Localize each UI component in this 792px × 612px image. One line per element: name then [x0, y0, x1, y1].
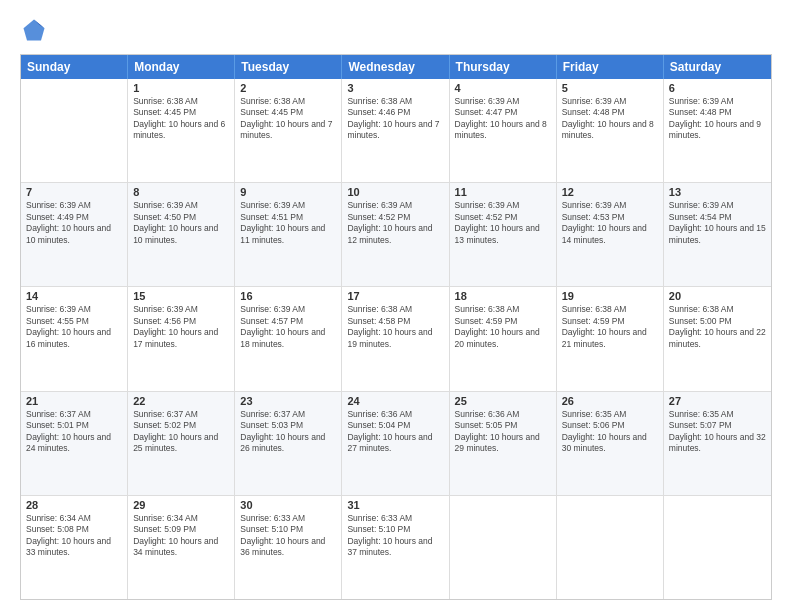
day-info: Sunrise: 6:39 AM Sunset: 4:52 PM Dayligh…: [455, 200, 551, 246]
calendar-cell: 11Sunrise: 6:39 AM Sunset: 4:52 PM Dayli…: [450, 183, 557, 286]
day-number: 13: [669, 186, 766, 198]
day-info: Sunrise: 6:33 AM Sunset: 5:10 PM Dayligh…: [347, 513, 443, 559]
weekday-header: Friday: [557, 55, 664, 79]
calendar-cell: 25Sunrise: 6:36 AM Sunset: 5:05 PM Dayli…: [450, 392, 557, 495]
calendar-cell: 17Sunrise: 6:38 AM Sunset: 4:58 PM Dayli…: [342, 287, 449, 390]
day-number: 30: [240, 499, 336, 511]
day-info: Sunrise: 6:39 AM Sunset: 4:55 PM Dayligh…: [26, 304, 122, 350]
calendar-cell: 20Sunrise: 6:38 AM Sunset: 5:00 PM Dayli…: [664, 287, 771, 390]
day-info: Sunrise: 6:39 AM Sunset: 4:48 PM Dayligh…: [669, 96, 766, 142]
day-number: 5: [562, 82, 658, 94]
day-info: Sunrise: 6:35 AM Sunset: 5:07 PM Dayligh…: [669, 409, 766, 455]
day-number: 14: [26, 290, 122, 302]
day-number: 26: [562, 395, 658, 407]
day-info: Sunrise: 6:38 AM Sunset: 4:45 PM Dayligh…: [133, 96, 229, 142]
day-info: Sunrise: 6:39 AM Sunset: 4:53 PM Dayligh…: [562, 200, 658, 246]
day-info: Sunrise: 6:37 AM Sunset: 5:03 PM Dayligh…: [240, 409, 336, 455]
day-number: 12: [562, 186, 658, 198]
day-number: 6: [669, 82, 766, 94]
day-number: 21: [26, 395, 122, 407]
day-info: Sunrise: 6:35 AM Sunset: 5:06 PM Dayligh…: [562, 409, 658, 455]
calendar-header: SundayMondayTuesdayWednesdayThursdayFrid…: [21, 55, 771, 79]
calendar-body: 1Sunrise: 6:38 AM Sunset: 4:45 PM Daylig…: [21, 79, 771, 599]
calendar-cell: 2Sunrise: 6:38 AM Sunset: 4:45 PM Daylig…: [235, 79, 342, 182]
day-info: Sunrise: 6:38 AM Sunset: 4:59 PM Dayligh…: [455, 304, 551, 350]
calendar-cell: [664, 496, 771, 599]
day-number: 20: [669, 290, 766, 302]
day-info: Sunrise: 6:39 AM Sunset: 4:51 PM Dayligh…: [240, 200, 336, 246]
calendar-cell: 3Sunrise: 6:38 AM Sunset: 4:46 PM Daylig…: [342, 79, 449, 182]
calendar-cell: [557, 496, 664, 599]
header: [20, 16, 772, 44]
day-info: Sunrise: 6:39 AM Sunset: 4:48 PM Dayligh…: [562, 96, 658, 142]
calendar-cell: 26Sunrise: 6:35 AM Sunset: 5:06 PM Dayli…: [557, 392, 664, 495]
day-info: Sunrise: 6:39 AM Sunset: 4:57 PM Dayligh…: [240, 304, 336, 350]
weekday-header: Thursday: [450, 55, 557, 79]
weekday-header: Monday: [128, 55, 235, 79]
calendar-cell: 19Sunrise: 6:38 AM Sunset: 4:59 PM Dayli…: [557, 287, 664, 390]
day-number: 22: [133, 395, 229, 407]
day-number: 4: [455, 82, 551, 94]
day-info: Sunrise: 6:39 AM Sunset: 4:54 PM Dayligh…: [669, 200, 766, 246]
day-number: 11: [455, 186, 551, 198]
day-number: 3: [347, 82, 443, 94]
day-info: Sunrise: 6:38 AM Sunset: 5:00 PM Dayligh…: [669, 304, 766, 350]
calendar-cell: 7Sunrise: 6:39 AM Sunset: 4:49 PM Daylig…: [21, 183, 128, 286]
page: SundayMondayTuesdayWednesdayThursdayFrid…: [0, 0, 792, 612]
weekday-header: Tuesday: [235, 55, 342, 79]
calendar-cell: 27Sunrise: 6:35 AM Sunset: 5:07 PM Dayli…: [664, 392, 771, 495]
calendar-cell: 29Sunrise: 6:34 AM Sunset: 5:09 PM Dayli…: [128, 496, 235, 599]
day-number: 19: [562, 290, 658, 302]
day-info: Sunrise: 6:38 AM Sunset: 4:45 PM Dayligh…: [240, 96, 336, 142]
day-number: 28: [26, 499, 122, 511]
day-number: 17: [347, 290, 443, 302]
calendar-row: 28Sunrise: 6:34 AM Sunset: 5:08 PM Dayli…: [21, 496, 771, 599]
calendar-cell: [450, 496, 557, 599]
calendar-row: 14Sunrise: 6:39 AM Sunset: 4:55 PM Dayli…: [21, 287, 771, 391]
calendar-row: 21Sunrise: 6:37 AM Sunset: 5:01 PM Dayli…: [21, 392, 771, 496]
calendar: SundayMondayTuesdayWednesdayThursdayFrid…: [20, 54, 772, 600]
day-number: 18: [455, 290, 551, 302]
day-number: 2: [240, 82, 336, 94]
day-number: 16: [240, 290, 336, 302]
logo-icon: [20, 16, 48, 44]
day-number: 15: [133, 290, 229, 302]
day-info: Sunrise: 6:39 AM Sunset: 4:50 PM Dayligh…: [133, 200, 229, 246]
calendar-cell: 15Sunrise: 6:39 AM Sunset: 4:56 PM Dayli…: [128, 287, 235, 390]
weekday-header: Wednesday: [342, 55, 449, 79]
calendar-cell: 12Sunrise: 6:39 AM Sunset: 4:53 PM Dayli…: [557, 183, 664, 286]
weekday-header: Sunday: [21, 55, 128, 79]
weekday-header: Saturday: [664, 55, 771, 79]
calendar-cell: 14Sunrise: 6:39 AM Sunset: 4:55 PM Dayli…: [21, 287, 128, 390]
calendar-cell: 10Sunrise: 6:39 AM Sunset: 4:52 PM Dayli…: [342, 183, 449, 286]
day-number: 9: [240, 186, 336, 198]
day-number: 10: [347, 186, 443, 198]
calendar-cell: [21, 79, 128, 182]
calendar-cell: 30Sunrise: 6:33 AM Sunset: 5:10 PM Dayli…: [235, 496, 342, 599]
calendar-cell: 31Sunrise: 6:33 AM Sunset: 5:10 PM Dayli…: [342, 496, 449, 599]
calendar-cell: 24Sunrise: 6:36 AM Sunset: 5:04 PM Dayli…: [342, 392, 449, 495]
calendar-row: 7Sunrise: 6:39 AM Sunset: 4:49 PM Daylig…: [21, 183, 771, 287]
calendar-cell: 9Sunrise: 6:39 AM Sunset: 4:51 PM Daylig…: [235, 183, 342, 286]
calendar-cell: 28Sunrise: 6:34 AM Sunset: 5:08 PM Dayli…: [21, 496, 128, 599]
calendar-cell: 22Sunrise: 6:37 AM Sunset: 5:02 PM Dayli…: [128, 392, 235, 495]
day-info: Sunrise: 6:39 AM Sunset: 4:47 PM Dayligh…: [455, 96, 551, 142]
day-number: 1: [133, 82, 229, 94]
calendar-cell: 6Sunrise: 6:39 AM Sunset: 4:48 PM Daylig…: [664, 79, 771, 182]
day-info: Sunrise: 6:38 AM Sunset: 4:58 PM Dayligh…: [347, 304, 443, 350]
calendar-row: 1Sunrise: 6:38 AM Sunset: 4:45 PM Daylig…: [21, 79, 771, 183]
day-number: 31: [347, 499, 443, 511]
day-info: Sunrise: 6:38 AM Sunset: 4:59 PM Dayligh…: [562, 304, 658, 350]
day-number: 29: [133, 499, 229, 511]
day-info: Sunrise: 6:39 AM Sunset: 4:52 PM Dayligh…: [347, 200, 443, 246]
calendar-cell: 5Sunrise: 6:39 AM Sunset: 4:48 PM Daylig…: [557, 79, 664, 182]
calendar-cell: 8Sunrise: 6:39 AM Sunset: 4:50 PM Daylig…: [128, 183, 235, 286]
day-info: Sunrise: 6:36 AM Sunset: 5:04 PM Dayligh…: [347, 409, 443, 455]
day-info: Sunrise: 6:38 AM Sunset: 4:46 PM Dayligh…: [347, 96, 443, 142]
logo: [20, 16, 52, 44]
calendar-cell: 4Sunrise: 6:39 AM Sunset: 4:47 PM Daylig…: [450, 79, 557, 182]
day-info: Sunrise: 6:33 AM Sunset: 5:10 PM Dayligh…: [240, 513, 336, 559]
day-number: 24: [347, 395, 443, 407]
day-number: 23: [240, 395, 336, 407]
calendar-cell: 21Sunrise: 6:37 AM Sunset: 5:01 PM Dayli…: [21, 392, 128, 495]
